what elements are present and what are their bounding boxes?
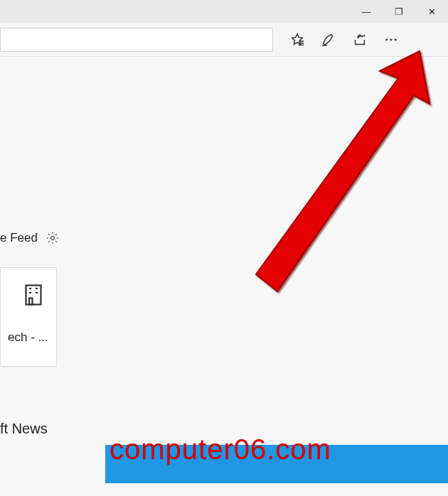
- svg-point-7: [50, 237, 54, 240]
- svg-rect-8: [26, 286, 41, 305]
- web-notes-button[interactable]: [313, 24, 344, 55]
- minimize-glyph: —: [362, 6, 371, 17]
- site-icon: [21, 282, 49, 311]
- svg-point-6: [395, 38, 397, 41]
- more-icon: [383, 32, 399, 48]
- browser-toolbar: [0, 23, 448, 57]
- page-content: e Feed ech - ... ft News: [0, 57, 448, 496]
- favorites-button[interactable]: [282, 24, 313, 55]
- window-close-button[interactable]: ✕: [415, 0, 448, 23]
- svg-point-4: [385, 38, 388, 41]
- address-bar-input[interactable]: [0, 28, 273, 52]
- share-button[interactable]: [344, 24, 375, 55]
- share-icon: [352, 32, 368, 48]
- window-minimize-button[interactable]: —: [350, 0, 383, 23]
- feed-settings-button[interactable]: [45, 230, 60, 246]
- window-restore-button[interactable]: ❐: [383, 0, 415, 23]
- restore-glyph: ❐: [395, 6, 403, 17]
- tile-label: ech - ...: [8, 330, 48, 345]
- feed-label: e Feed: [0, 231, 38, 245]
- more-button[interactable]: [375, 24, 407, 55]
- close-glyph: ✕: [428, 6, 436, 17]
- web-notes-icon: [321, 32, 336, 48]
- svg-rect-9: [29, 298, 33, 305]
- feed-header: e Feed: [0, 230, 60, 246]
- gear-icon: [46, 231, 60, 245]
- favorites-icon: [289, 32, 305, 48]
- news-heading: ft News: [0, 421, 48, 437]
- window-titlebar: — ❐ ✕: [0, 0, 448, 23]
- top-site-tile[interactable]: ech - ...: [0, 267, 57, 367]
- svg-point-5: [390, 38, 393, 41]
- watermark-text: computer06.com: [110, 433, 331, 465]
